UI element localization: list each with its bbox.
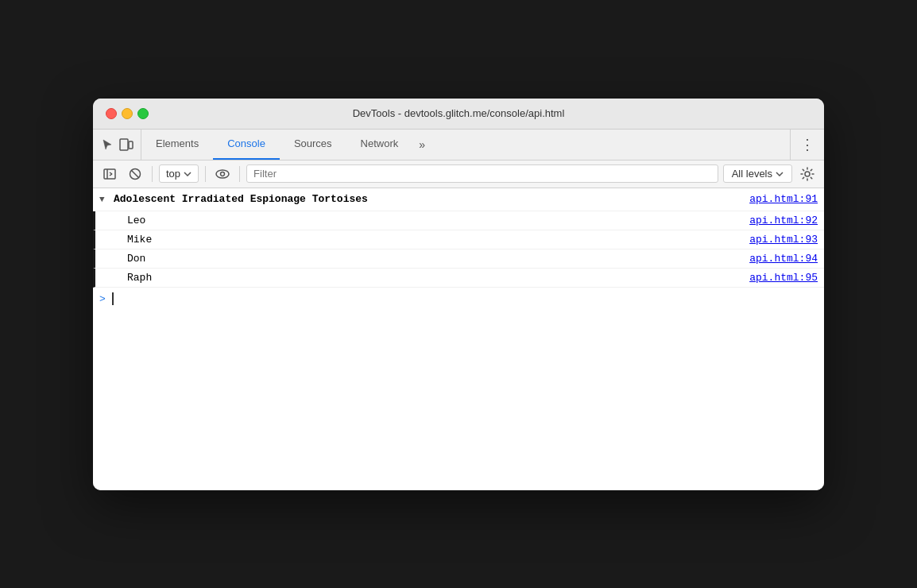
entry-label-raph: Raph [127,272,749,284]
console-prompt[interactable]: > [93,288,824,310]
console-toolbar: top All levels [93,161,824,188]
entry-label-mike: Mike [127,234,749,246]
tab-bar: Elements Console Sources Network » ⋮ [93,130,824,161]
context-value: top [166,168,180,180]
svg-rect-1 [129,141,133,149]
cursor-icon[interactable] [99,137,115,153]
entry-label-leo: Leo [127,215,749,226]
tab-sources[interactable]: Sources [280,130,346,160]
tab-elements[interactable]: Elements [141,130,213,160]
levels-label: All levels [732,168,772,180]
log-levels-button[interactable]: All levels [723,164,792,183]
close-button[interactable] [106,108,117,119]
svg-rect-2 [104,169,115,179]
group-link[interactable]: api.html:91 [749,191,818,208]
settings-button[interactable] [797,164,818,184]
toolbar-divider-3 [239,166,240,182]
prompt-cursor [112,292,114,305]
tab-network[interactable]: Network [346,130,413,160]
toolbar-divider-2 [205,166,206,182]
console-entry-mike: Mike api.html:93 [93,230,824,250]
maximize-button[interactable] [137,108,149,119]
svg-rect-0 [120,139,128,150]
entry-main-raph: Raph api.html:95 [127,272,818,284]
svg-line-5 [110,174,112,176]
console-entry-raph: Raph api.html:95 [93,269,824,288]
console-content: ▼ Adolescent Irradiated Espionage Tortoi… [93,188,824,490]
entry-main-don: Don api.html:94 [127,253,818,265]
entry-link-mike[interactable]: api.html:93 [749,234,818,246]
traffic-lights [106,108,149,119]
minimize-button[interactable] [122,108,133,119]
entry-main-mike: Mike api.html:93 [127,234,818,246]
entry-link-leo[interactable]: api.html:92 [749,215,818,226]
console-entry-leo: Leo api.html:92 [93,211,824,230]
svg-line-7 [132,170,139,177]
prompt-arrow-icon: > [99,293,106,305]
group-entry-main: Adolescent Irradiated Espionage Tortoise… [114,191,818,208]
devtools-menu-button[interactable]: ⋮ [790,130,824,160]
clear-console-button[interactable] [125,164,145,184]
entry-label-don: Don [127,253,749,265]
svg-point-10 [805,172,810,176]
window-title: DevTools - devtools.glitch.me/console/ap… [353,107,565,119]
console-group-entry: ▼ Adolescent Irradiated Espionage Tortoi… [93,188,824,212]
device-icon[interactable] [118,137,134,153]
console-entry-don: Don api.html:94 [93,250,824,269]
eye-icon[interactable] [212,164,233,184]
title-bar: DevTools - devtools.glitch.me/console/ap… [93,99,824,130]
tabs: Elements Console Sources Network » [141,130,790,160]
tab-bar-icons [93,130,141,160]
svg-point-9 [221,172,225,176]
entry-link-don[interactable]: api.html:94 [749,253,818,265]
more-tabs-button[interactable]: » [412,130,431,160]
entry-link-raph[interactable]: api.html:95 [749,272,818,284]
group-label: Adolescent Irradiated Espionage Tortoise… [114,191,749,208]
entry-main-leo: Leo api.html:92 [127,215,818,226]
tab-console[interactable]: Console [213,130,280,160]
filter-input[interactable] [246,164,718,183]
svg-point-8 [216,170,229,178]
expand-arrow[interactable]: ▼ [99,191,109,207]
toolbar-divider [152,166,153,182]
devtools-window: DevTools - devtools.glitch.me/console/ap… [93,99,824,490]
context-selector[interactable]: top [159,164,199,183]
sidebar-toggle-button[interactable] [99,164,120,184]
